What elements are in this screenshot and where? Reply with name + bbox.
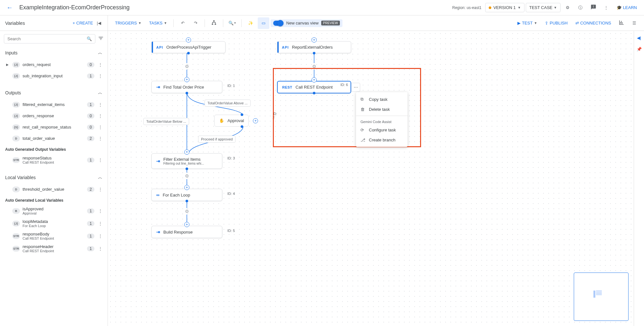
port-bottom[interactable] [187,52,190,54]
connections-button[interactable]: ⇄ CONNECTIONS [572,19,614,27]
gear-icon[interactable]: ⚙ [184,63,190,70]
pin-button[interactable]: 📌 [635,45,644,53]
expand-panel-button[interactable]: ◀| [635,34,643,42]
publish-button[interactable]: ⇪ PUBLISH [542,19,571,27]
add-node-button[interactable]: + [184,77,189,82]
variable-row[interactable]: STR responseHeader Call REST Endpoint 1 … [0,242,108,255]
add-node-button[interactable]: + [312,77,317,82]
variable-more-button[interactable]: ⋮ [97,156,104,164]
version-dropdown[interactable]: VERSION 1 ▼ [485,3,524,12]
port-bottom[interactable] [186,168,188,170]
node-call-rest-endpoint[interactable]: REST Call REST Endpoint + ID: 6 ⋯ [277,81,351,93]
ctx-configure-task[interactable]: ⟳ Configure task [356,125,408,135]
node-build-response[interactable]: ⇥ Build Response + ID: 5 [151,226,222,238]
node-more-button[interactable]: ⋯ [351,83,360,92]
create-button[interactable]: + CREATE [72,21,93,25]
node-id-label: ID: 3 [227,156,235,160]
node-trigger-orderprocess[interactable]: API OrderProcessApiTrigger + [151,41,226,53]
variable-row[interactable]: D threshold_order_value 2 ⋮ [0,184,108,195]
locals-section-header[interactable]: Local Variables ︿ [0,171,108,184]
variable-more-button[interactable]: ⋮ [97,186,104,193]
variable-row[interactable]: ▶ {J} orders_request 0 ⋮ [0,59,108,70]
ctx-create-branch[interactable]: ⎇ Create branch [356,135,408,145]
variable-row[interactable]: D total_order_value 2 ⋮ [0,133,108,144]
add-node-button[interactable]: + [184,222,189,227]
variable-row[interactable]: STR responseBody Call REST Endpoint 1 ⋮ [0,230,108,242]
variable-row[interactable]: {S} rest_call_response_status 0 ⋮ [0,121,108,133]
feedback-button[interactable] [588,2,599,14]
port-bottom[interactable] [186,200,188,202]
variable-more-button[interactable]: ⋮ [97,72,104,80]
variable-more-button[interactable]: ⋮ [97,207,104,215]
zoom-button[interactable]: 🔍▼ [226,17,238,29]
add-node-button[interactable]: + [184,149,189,155]
test-button[interactable]: ▶ TEST ▼ [514,19,540,27]
list-button[interactable]: ☰ [629,17,640,29]
search-box[interactable]: 🔍 [4,34,95,43]
variable-more-button[interactable]: ⋮ [97,61,104,68]
port-bottom[interactable] [313,92,315,94]
node-find-total[interactable]: ⇥ Find Total Order Price + ID: 1 [151,81,222,93]
inputs-section-header[interactable]: Inputs ︿ [0,47,108,59]
back-button[interactable]: ← [4,1,15,14]
canvas[interactable]: API OrderProcessApiTrigger + API ReportE… [108,31,644,326]
chart-button[interactable] [616,17,627,29]
filter-button[interactable] [98,35,104,42]
test-case-dropdown[interactable]: TEST CASE ▼ [526,3,561,12]
variable-row[interactable]: {J} orders_response 0 ⋮ [0,110,108,121]
layout-button[interactable] [208,17,220,29]
variable-more-button[interactable]: ⋮ [97,101,104,108]
port-bottom[interactable] [313,52,315,54]
port-bottom[interactable] [186,92,188,94]
variable-more-button[interactable]: ⋮ [97,123,104,131]
minimap[interactable] [574,273,629,321]
undo-button[interactable]: ↶ [177,17,188,29]
canvas-view-toggle[interactable] [273,21,284,26]
variable-row[interactable]: {J} sub_integration_input 1 ⋮ [0,70,108,82]
ctx-delete-task[interactable]: 🗑 Delete task [356,104,408,114]
ctx-copy-task[interactable]: ⧉ Copy task [356,94,408,104]
settings-button[interactable]: ⚙ [562,2,573,14]
variable-more-button[interactable]: ⋮ [97,245,104,252]
edge-label-proceed[interactable]: Proceed if approved [198,136,235,143]
gear-icon[interactable]: ⚙ [184,173,190,179]
outputs-section-header[interactable]: Outputs ︿ [0,87,108,99]
node-filter-external[interactable]: ⇥ Filter External Items Filtering out li… [151,153,222,169]
variable-more-button[interactable]: ⋮ [97,232,104,240]
variable-row[interactable]: B isApproved Approval 1 ⋮ [0,205,108,217]
variable-more-button[interactable]: ⋮ [97,135,104,142]
port-bottom[interactable] [241,125,243,128]
search-input[interactable] [7,36,87,41]
variable-row[interactable]: STR responseStatus Call REST Endpoint 1 … [0,154,108,166]
variable-more-button[interactable]: ⋮ [97,220,104,227]
variable-row[interactable]: {J} filtered_external_items 1 ⋮ [0,99,108,110]
variable-more-button[interactable]: ⋮ [97,112,104,120]
divider [241,19,242,27]
port-top[interactable] [241,113,243,116]
add-node-button[interactable]: + [184,185,189,190]
triggers-dropdown[interactable]: TRIGGERS ▼ [112,19,145,27]
node-approval[interactable]: ✋ Approval + ID: 2 [214,115,249,127]
gear-icon[interactable]: ⚙ [311,63,317,70]
add-node-button[interactable]: + [312,37,317,43]
add-node-button[interactable]: + [186,37,191,43]
gear-icon[interactable]: ⚙ [184,208,190,215]
learn-button[interactable]: 🎓 LEARN [613,3,640,12]
variable-row[interactable]: {J} loopMetadata For Each Loop 1 ⋮ [0,217,108,230]
edge-label-above[interactable]: TotalOrderValue Above ... [205,100,251,107]
variable-count-badge: 1 [87,234,94,239]
magic-wand-button[interactable]: ✨ [245,17,256,29]
tasks-dropdown[interactable]: TASKS ▼ [146,19,170,27]
expand-icon[interactable]: ▶ [5,63,10,66]
version-label: VERSION 1 [493,5,515,10]
canvas-mode-button[interactable]: ▭ [258,17,269,29]
redo-button[interactable]: ↷ [190,17,201,29]
refresh-icon: ⟳ [360,128,366,132]
edge-label-below[interactable]: TotalOrderValue Below ... [143,118,189,125]
more-button[interactable]: ⋮ [601,2,612,14]
node-trigger-reportexternal[interactable]: API ReportExternalOrders + [277,41,351,53]
collapse-sidebar-button[interactable]: |◀ [96,19,102,27]
node-for-each-loop[interactable]: ∞ For Each Loop + ID: 4 [151,189,222,201]
info-button[interactable]: ⓘ [575,2,586,14]
add-node-button[interactable]: + [253,118,258,123]
